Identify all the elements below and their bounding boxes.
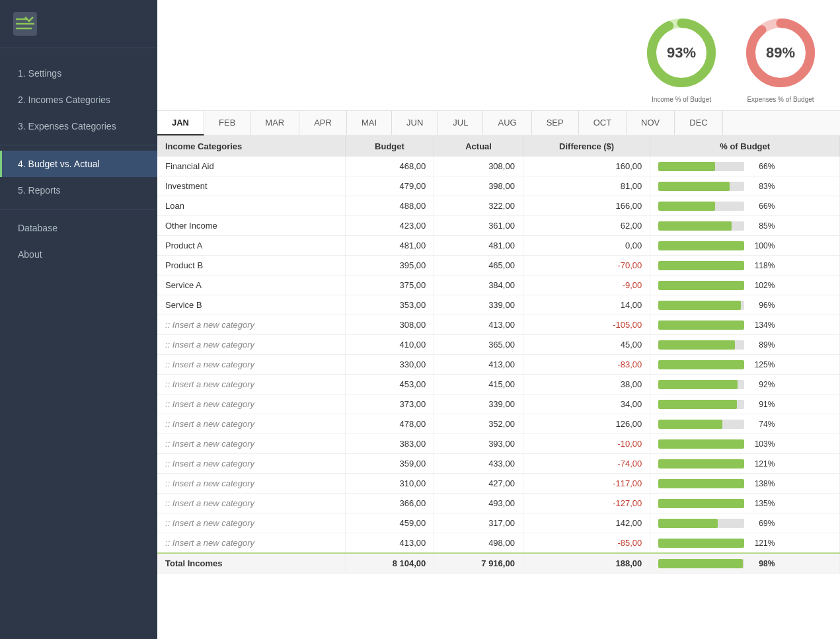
- cell-category: Financial Aid: [157, 157, 345, 176]
- month-tab-dec[interactable]: DEC: [675, 111, 722, 135]
- table-row: Product B395,00465,00-70,00 118%: [157, 256, 840, 276]
- bar-cell: 138%: [658, 479, 831, 488]
- cell-actual: 352,00: [434, 414, 523, 434]
- table-row: :: Insert a new category310,00427,00-117…: [157, 474, 840, 494]
- cell-difference: 126,00: [523, 414, 650, 434]
- bar-bg: [658, 320, 744, 330]
- cell-category: :: Insert a new category: [157, 513, 345, 533]
- cell-actual: 427,00: [434, 474, 523, 494]
- bar-bg: [658, 221, 744, 231]
- month-tab-jan[interactable]: JAN: [157, 111, 204, 135]
- cell-pct-bar: 96%: [650, 295, 840, 315]
- month-tab-mar[interactable]: MAR: [250, 111, 299, 135]
- logo-area: [0, 0, 157, 48]
- cell-actual: 498,00: [434, 533, 523, 554]
- bar-cell: 91%: [658, 400, 831, 409]
- cell-difference: -105,00: [523, 315, 650, 335]
- bar-pct: 134%: [749, 320, 775, 330]
- sidebar-item-database[interactable]: Database: [0, 215, 157, 241]
- bar-fill: [658, 202, 715, 211]
- sidebar-item-incomes-categories[interactable]: 2. Incomes Categories: [0, 87, 157, 113]
- bar-fill: [658, 241, 744, 250]
- cell-difference: -85,00: [523, 533, 650, 554]
- cell-actual: 339,00: [434, 295, 523, 315]
- bar-bg: [658, 340, 744, 350]
- bar-cell: 102%: [658, 281, 831, 290]
- col-header-income_categories: Income Categories: [157, 136, 345, 157]
- cell-pct-bar: 89%: [650, 335, 840, 355]
- cell-category: :: Insert a new category: [157, 494, 345, 513]
- bar-bg: [658, 202, 744, 211]
- bar-pct: 135%: [749, 499, 775, 508]
- cell-budget: 413,00: [345, 533, 434, 554]
- logo-icon: [13, 12, 37, 36]
- cell-actual: 308,00: [434, 157, 523, 176]
- cell-pct-bar: 103%: [650, 434, 840, 454]
- sidebar-item-budget-vs-actual[interactable]: 4. Budget vs. Actual: [0, 151, 157, 177]
- cell-difference: 166,00: [523, 196, 650, 216]
- cell-category: Investment: [157, 176, 345, 196]
- bar-fill: [658, 459, 744, 469]
- cell-category: :: Insert a new category: [157, 375, 345, 395]
- cell-category: :: Insert a new category: [157, 533, 345, 554]
- cell-pct-bar: 135%: [650, 494, 840, 513]
- bar-pct: 138%: [749, 479, 775, 488]
- month-tab-aug[interactable]: AUG: [483, 111, 531, 135]
- month-tab-oct[interactable]: OCT: [579, 111, 627, 135]
- cell-budget: 375,00: [345, 276, 434, 295]
- bar-bg: [658, 539, 744, 548]
- cell-difference: 160,00: [523, 157, 650, 176]
- bar-cell: 125%: [658, 360, 831, 369]
- expenses-chart-container: 89%: [741, 13, 820, 93]
- bar-pct: 100%: [749, 241, 775, 250]
- bar-pct: 85%: [749, 221, 775, 231]
- cell-budget: 366,00: [345, 494, 434, 513]
- cell-difference: 14,00: [523, 295, 650, 315]
- bar-cell: 121%: [658, 459, 831, 469]
- month-tab-nov[interactable]: NOV: [627, 111, 675, 135]
- month-tab-apr[interactable]: APR: [299, 111, 347, 135]
- cell-actual: 317,00: [434, 513, 523, 533]
- bar-bg: [658, 162, 744, 171]
- bar-fill: [658, 439, 744, 449]
- cell-budget: 373,00: [345, 395, 434, 414]
- bar-fill: [658, 221, 732, 231]
- cell-difference: 142,00: [523, 513, 650, 533]
- bar-cell: 85%: [658, 221, 831, 231]
- cell-difference: 34,00: [523, 395, 650, 414]
- cell-budget: 308,00: [345, 315, 434, 335]
- cell-budget: 310,00: [345, 474, 434, 494]
- sidebar-item-reports[interactable]: 5. Reports: [0, 177, 157, 204]
- cell-category: :: Insert a new category: [157, 335, 345, 355]
- bar-cell: 83%: [658, 182, 831, 191]
- cell-budget: 423,00: [345, 216, 434, 236]
- table-row: :: Insert a new category383,00393,00-10,…: [157, 434, 840, 454]
- month-tab-jun[interactable]: JUN: [392, 111, 438, 135]
- cell-budget: 459,00: [345, 513, 434, 533]
- bar-bg: [658, 182, 744, 191]
- month-tab-mai[interactable]: MAI: [347, 111, 392, 135]
- month-tab-sep[interactable]: SEP: [532, 111, 579, 135]
- sidebar-item-expenses-categories[interactable]: 3. Expenses Categories: [0, 113, 157, 139]
- col-header-difference_: Difference ($): [523, 136, 650, 157]
- month-tab-feb[interactable]: FEB: [204, 111, 250, 135]
- total-bar-cell: 98%: [658, 559, 831, 568]
- cell-actual: 384,00: [434, 276, 523, 295]
- table-header: Income CategoriesBudgetActualDifference …: [157, 136, 840, 157]
- sidebar-item-about[interactable]: About: [0, 241, 157, 268]
- sidebar-item-settings[interactable]: 1. Settings: [0, 60, 157, 87]
- bar-cell: 121%: [658, 539, 831, 548]
- cell-pct-bar: 125%: [650, 355, 840, 375]
- cell-category: :: Insert a new category: [157, 395, 345, 414]
- cell-budget: 395,00: [345, 256, 434, 276]
- cell-budget: 488,00: [345, 196, 434, 216]
- bar-fill: [658, 340, 735, 350]
- bar-pct: 92%: [749, 380, 775, 389]
- cell-budget: 359,00: [345, 454, 434, 474]
- table-container: Income CategoriesBudgetActualDifference …: [157, 136, 840, 639]
- bar-pct: 66%: [749, 202, 775, 211]
- cell-pct-bar: 83%: [650, 176, 840, 196]
- cell-category: :: Insert a new category: [157, 315, 345, 335]
- bar-fill: [658, 162, 715, 171]
- month-tab-jul[interactable]: JUL: [438, 111, 483, 135]
